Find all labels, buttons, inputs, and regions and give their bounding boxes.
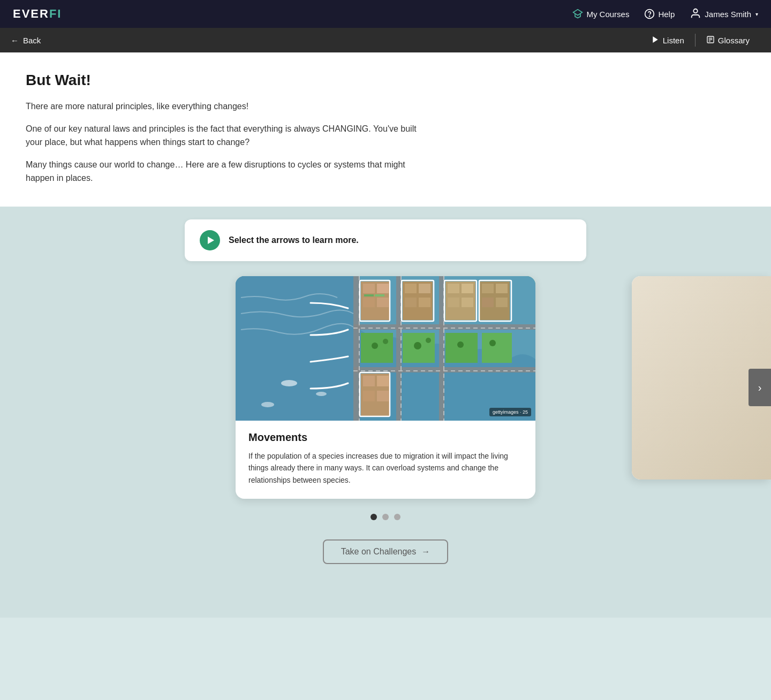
- help-link[interactable]: Help: [644, 9, 675, 19]
- carousel: gettyimages · 25 Movements If the popula…: [0, 276, 771, 499]
- arrow-right-icon: →: [421, 547, 430, 557]
- svg-rect-41: [363, 391, 375, 401]
- image-watermark: gettyimages · 25: [489, 408, 531, 416]
- svg-rect-29: [448, 284, 459, 293]
- svg-rect-31: [448, 298, 459, 307]
- next-arrow-button[interactable]: ›: [749, 369, 771, 406]
- svg-rect-18: [377, 284, 389, 293]
- glossary-label: Glossary: [718, 36, 750, 45]
- svg-rect-24: [405, 284, 417, 293]
- svg-rect-25: [419, 284, 430, 293]
- mortarboard-icon: [572, 9, 583, 19]
- play-icon: [651, 35, 660, 45]
- glossary-icon: [706, 35, 715, 45]
- dot-2[interactable]: [382, 514, 389, 520]
- challenges-label: Take on Challenges: [341, 547, 417, 557]
- svg-rect-40: [377, 376, 389, 386]
- card-image: gettyimages · 25: [236, 276, 535, 421]
- my-courses-label: My Courses: [586, 10, 629, 19]
- svg-rect-14: [353, 324, 535, 330]
- dot-3[interactable]: [394, 514, 400, 520]
- carousel-dots: [371, 514, 400, 520]
- top-nav-right: My Courses Help James Smith ▾: [572, 7, 758, 21]
- svg-rect-19: [363, 298, 375, 307]
- svg-rect-21: [364, 294, 374, 296]
- page-title: But Wait!: [26, 72, 499, 89]
- instruction-text: Select the arrows to learn more.: [229, 235, 359, 245]
- svg-rect-22: [375, 294, 384, 296]
- svg-point-49: [414, 342, 421, 349]
- top-navigation: EVERFI My Courses Help: [0, 0, 771, 28]
- paragraph-1: There are more natural principles, like …: [26, 100, 433, 113]
- svg-rect-32: [462, 298, 473, 307]
- svg-point-54: [261, 402, 274, 407]
- svg-rect-35: [496, 284, 508, 293]
- white-content-section: But Wait! There are more natural princip…: [0, 52, 771, 207]
- user-menu[interactable]: James Smith ▾: [690, 7, 758, 21]
- svg-rect-26: [405, 298, 417, 307]
- take-on-challenges-button[interactable]: Take on Challenges →: [323, 539, 449, 564]
- svg-point-3: [694, 9, 698, 12]
- chevron-down-icon: ▾: [755, 11, 758, 17]
- svg-rect-34: [482, 284, 494, 293]
- svg-rect-46: [482, 333, 512, 363]
- challenges-btn-container: Take on Challenges →: [323, 539, 449, 596]
- interactive-content: Select the arrows to learn more.: [0, 207, 771, 618]
- paragraph-2: One of our key natural laws and principl…: [26, 122, 433, 149]
- svg-rect-37: [496, 298, 508, 307]
- help-label: Help: [658, 10, 675, 19]
- brand-logo[interactable]: EVERFI: [13, 7, 62, 21]
- user-name: James Smith: [705, 10, 751, 19]
- svg-rect-27: [419, 298, 430, 307]
- play-triangle: [208, 237, 214, 244]
- user-icon: [690, 7, 701, 21]
- back-button[interactable]: ← Back: [11, 36, 41, 45]
- svg-point-52: [489, 340, 496, 346]
- svg-rect-20: [377, 298, 389, 307]
- aerial-image-svg: [236, 276, 535, 421]
- svg-point-51: [457, 341, 464, 348]
- logo-ever: EVER: [13, 7, 49, 20]
- second-nav-right: Listen Glossary: [640, 28, 760, 52]
- teal-interactive-section: Select the arrows to learn more.: [0, 207, 771, 618]
- back-label: Back: [23, 36, 41, 45]
- svg-marker-0: [573, 10, 583, 16]
- main-content: But Wait! There are more natural princip…: [0, 52, 525, 207]
- svg-rect-45: [445, 333, 478, 363]
- svg-point-55: [316, 392, 327, 396]
- svg-rect-39: [363, 376, 375, 386]
- paragraph-3: Many things cause our world to change… H…: [26, 158, 433, 185]
- svg-point-47: [372, 343, 378, 349]
- logo-fi: FI: [49, 7, 62, 20]
- svg-rect-15: [353, 367, 535, 372]
- svg-rect-17: [363, 284, 375, 293]
- svg-marker-4: [653, 36, 657, 43]
- svg-rect-30: [462, 284, 473, 293]
- card-description: If the population of a species increases…: [248, 450, 523, 486]
- second-navigation: ← Back Listen Glossary: [0, 28, 771, 52]
- listen-button[interactable]: Listen: [640, 28, 695, 52]
- chevron-right-icon: ›: [758, 382, 762, 394]
- instruction-play-icon: [200, 230, 220, 250]
- svg-rect-11: [353, 276, 360, 421]
- dot-1[interactable]: [371, 514, 377, 520]
- card-title: Movements: [248, 431, 523, 444]
- instruction-box: Select the arrows to learn more.: [185, 219, 586, 261]
- svg-rect-10: [236, 276, 353, 421]
- svg-point-53: [281, 380, 297, 386]
- listen-label: Listen: [663, 36, 684, 45]
- svg-point-48: [383, 339, 388, 344]
- arrow-left-icon: ←: [11, 36, 19, 45]
- card-body: Movements If the population of a species…: [236, 421, 535, 499]
- svg-rect-42: [377, 391, 389, 401]
- carousel-card: gettyimages · 25 Movements If the popula…: [236, 276, 535, 499]
- svg-rect-36: [482, 298, 494, 307]
- glossary-button[interactable]: Glossary: [696, 28, 760, 52]
- help-icon: [644, 9, 655, 19]
- svg-point-50: [426, 338, 431, 343]
- my-courses-link[interactable]: My Courses: [572, 9, 629, 19]
